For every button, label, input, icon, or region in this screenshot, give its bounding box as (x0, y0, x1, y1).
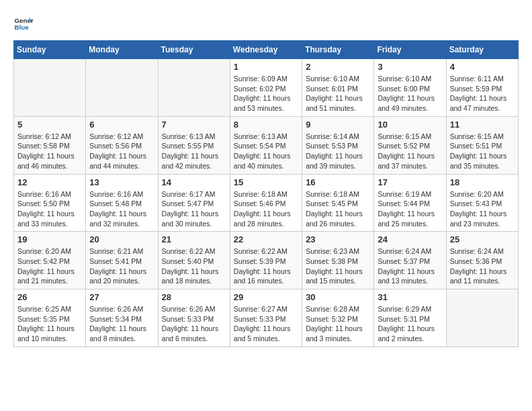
calendar-cell: 16Sunrise: 6:18 AMSunset: 5:45 PMDayligh… (302, 174, 374, 232)
day-info: Sunrise: 6:15 AMSunset: 5:51 PMDaylight:… (450, 132, 515, 171)
calendar-cell: 30Sunrise: 6:28 AMSunset: 5:32 PMDayligh… (302, 289, 374, 347)
calendar-cell: 21Sunrise: 6:22 AMSunset: 5:40 PMDayligh… (158, 232, 230, 289)
calendar-cell (14, 59, 86, 117)
day-info: Sunrise: 6:26 AMSunset: 5:34 PMDaylight:… (89, 304, 154, 344)
week-row-2: 5Sunrise: 6:12 AMSunset: 5:58 PMDaylight… (14, 116, 519, 174)
weekday-header-monday: Monday (86, 41, 158, 59)
day-info: Sunrise: 6:28 AMSunset: 5:32 PMDaylight:… (306, 304, 370, 344)
day-number: 16 (306, 177, 370, 187)
day-info: Sunrise: 6:19 AMSunset: 5:44 PMDaylight:… (378, 189, 442, 229)
calendar-cell: 17Sunrise: 6:19 AMSunset: 5:44 PMDayligh… (374, 174, 446, 232)
day-info: Sunrise: 6:24 AMSunset: 5:37 PMDaylight:… (378, 246, 442, 286)
calendar-cell: 22Sunrise: 6:22 AMSunset: 5:39 PMDayligh… (230, 232, 302, 289)
weekday-header-saturday: Saturday (446, 41, 518, 59)
day-info: Sunrise: 6:18 AMSunset: 5:46 PMDaylight:… (234, 189, 298, 229)
day-info: Sunrise: 6:22 AMSunset: 5:39 PMDaylight:… (234, 246, 298, 286)
day-number: 8 (234, 120, 298, 130)
day-number: 2 (306, 62, 370, 72)
calendar-cell: 5Sunrise: 6:12 AMSunset: 5:58 PMDaylight… (14, 116, 86, 174)
calendar: SundayMondayTuesdayWednesdayThursdayFrid… (13, 40, 519, 347)
day-info: Sunrise: 6:22 AMSunset: 5:40 PMDaylight:… (162, 246, 226, 286)
day-info: Sunrise: 6:23 AMSunset: 5:38 PMDaylight:… (306, 246, 370, 286)
day-number: 6 (89, 120, 154, 130)
logo-icon: General Blue (13, 13, 34, 34)
calendar-cell: 13Sunrise: 6:16 AMSunset: 5:48 PMDayligh… (86, 174, 158, 232)
day-info: Sunrise: 6:09 AMSunset: 6:02 PMDaylight:… (234, 74, 298, 113)
day-number: 29 (234, 292, 298, 302)
day-number: 18 (450, 177, 515, 187)
day-number: 4 (450, 62, 515, 72)
calendar-cell: 7Sunrise: 6:13 AMSunset: 5:55 PMDaylight… (158, 116, 230, 174)
day-number: 25 (450, 234, 515, 244)
day-info: Sunrise: 6:14 AMSunset: 5:53 PMDaylight:… (306, 132, 370, 171)
weekday-header-tuesday: Tuesday (158, 41, 230, 59)
day-info: Sunrise: 6:10 AMSunset: 6:01 PMDaylight:… (306, 74, 370, 113)
day-info: Sunrise: 6:27 AMSunset: 5:33 PMDaylight:… (234, 304, 298, 344)
day-number: 12 (17, 177, 82, 187)
weekday-header-wednesday: Wednesday (230, 41, 302, 59)
logo: General Blue (13, 13, 36, 34)
day-number: 15 (234, 177, 298, 187)
day-info: Sunrise: 6:20 AMSunset: 5:43 PMDaylight:… (450, 189, 515, 229)
day-info: Sunrise: 6:24 AMSunset: 5:36 PMDaylight:… (450, 246, 515, 286)
calendar-cell (86, 59, 158, 117)
weekday-header-thursday: Thursday (302, 41, 374, 59)
calendar-cell: 10Sunrise: 6:15 AMSunset: 5:52 PMDayligh… (374, 116, 446, 174)
day-info: Sunrise: 6:12 AMSunset: 5:58 PMDaylight:… (17, 132, 82, 171)
day-number: 20 (89, 234, 154, 244)
calendar-cell: 23Sunrise: 6:23 AMSunset: 5:38 PMDayligh… (302, 232, 374, 289)
day-number: 11 (450, 120, 515, 130)
calendar-cell: 4Sunrise: 6:11 AMSunset: 5:59 PMDaylight… (446, 59, 518, 117)
day-number: 3 (378, 62, 442, 72)
day-info: Sunrise: 6:21 AMSunset: 5:41 PMDaylight:… (89, 246, 154, 286)
day-number: 21 (162, 234, 226, 244)
day-number: 23 (306, 234, 370, 244)
day-info: Sunrise: 6:18 AMSunset: 5:45 PMDaylight:… (306, 189, 370, 229)
calendar-cell: 18Sunrise: 6:20 AMSunset: 5:43 PMDayligh… (446, 174, 518, 232)
day-info: Sunrise: 6:16 AMSunset: 5:50 PMDaylight:… (17, 189, 82, 229)
calendar-cell (446, 289, 518, 347)
day-info: Sunrise: 6:11 AMSunset: 5:59 PMDaylight:… (450, 74, 515, 113)
day-number: 9 (306, 120, 370, 130)
calendar-cell: 19Sunrise: 6:20 AMSunset: 5:42 PMDayligh… (14, 232, 86, 289)
calendar-cell: 15Sunrise: 6:18 AMSunset: 5:46 PMDayligh… (230, 174, 302, 232)
week-row-1: 1Sunrise: 6:09 AMSunset: 6:02 PMDaylight… (14, 59, 519, 117)
day-info: Sunrise: 6:15 AMSunset: 5:52 PMDaylight:… (378, 132, 442, 171)
day-number: 5 (17, 120, 82, 130)
calendar-cell: 2Sunrise: 6:10 AMSunset: 6:01 PMDaylight… (302, 59, 374, 117)
weekday-header-row: SundayMondayTuesdayWednesdayThursdayFrid… (14, 41, 519, 59)
week-row-3: 12Sunrise: 6:16 AMSunset: 5:50 PMDayligh… (14, 174, 519, 232)
calendar-cell: 26Sunrise: 6:25 AMSunset: 5:35 PMDayligh… (14, 289, 86, 347)
weekday-header-friday: Friday (374, 41, 446, 59)
calendar-cell: 11Sunrise: 6:15 AMSunset: 5:51 PMDayligh… (446, 116, 518, 174)
day-number: 24 (378, 234, 442, 244)
calendar-cell: 8Sunrise: 6:13 AMSunset: 5:54 PMDaylight… (230, 116, 302, 174)
day-number: 27 (89, 292, 154, 302)
day-number: 30 (306, 292, 370, 302)
day-info: Sunrise: 6:10 AMSunset: 6:00 PMDaylight:… (378, 74, 442, 113)
day-info: Sunrise: 6:17 AMSunset: 5:47 PMDaylight:… (162, 189, 226, 229)
calendar-cell: 27Sunrise: 6:26 AMSunset: 5:34 PMDayligh… (86, 289, 158, 347)
calendar-cell: 6Sunrise: 6:12 AMSunset: 5:56 PMDaylight… (86, 116, 158, 174)
week-row-4: 19Sunrise: 6:20 AMSunset: 5:42 PMDayligh… (14, 232, 519, 289)
calendar-cell: 12Sunrise: 6:16 AMSunset: 5:50 PMDayligh… (14, 174, 86, 232)
calendar-cell: 20Sunrise: 6:21 AMSunset: 5:41 PMDayligh… (86, 232, 158, 289)
day-number: 10 (378, 120, 442, 130)
day-number: 17 (378, 177, 442, 187)
calendar-cell: 3Sunrise: 6:10 AMSunset: 6:00 PMDaylight… (374, 59, 446, 117)
calendar-cell: 25Sunrise: 6:24 AMSunset: 5:36 PMDayligh… (446, 232, 518, 289)
calendar-cell: 31Sunrise: 6:29 AMSunset: 5:31 PMDayligh… (374, 289, 446, 347)
calendar-cell: 29Sunrise: 6:27 AMSunset: 5:33 PMDayligh… (230, 289, 302, 347)
day-number: 28 (162, 292, 226, 302)
day-number: 22 (234, 234, 298, 244)
day-info: Sunrise: 6:13 AMSunset: 5:55 PMDaylight:… (162, 132, 226, 171)
day-info: Sunrise: 6:25 AMSunset: 5:35 PMDaylight:… (17, 304, 82, 344)
calendar-cell: 1Sunrise: 6:09 AMSunset: 6:02 PMDaylight… (230, 59, 302, 117)
weekday-header-sunday: Sunday (14, 41, 86, 59)
week-row-5: 26Sunrise: 6:25 AMSunset: 5:35 PMDayligh… (14, 289, 519, 347)
day-info: Sunrise: 6:12 AMSunset: 5:56 PMDaylight:… (89, 132, 154, 171)
day-number: 31 (378, 292, 442, 302)
day-info: Sunrise: 6:20 AMSunset: 5:42 PMDaylight:… (17, 246, 82, 286)
day-number: 26 (17, 292, 82, 302)
day-number: 13 (89, 177, 154, 187)
